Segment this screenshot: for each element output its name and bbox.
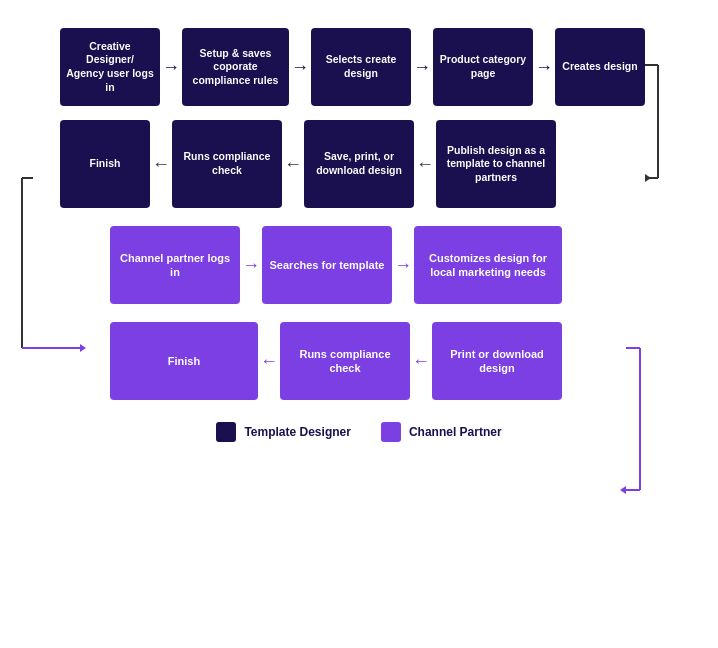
box-finish1: Finish [60, 120, 150, 208]
legend-item-dark: Template Designer [216, 422, 350, 442]
box-compliance2: Runs compliance check [280, 322, 410, 400]
legend-label-dark: Template Designer [244, 425, 350, 439]
arrow-2-2: ← [282, 154, 304, 175]
arrow-4-1: ← [410, 351, 432, 372]
box-saveprint: Save, print, or download design [304, 120, 414, 208]
box-setup: Setup & saves coporate compliance rules [182, 28, 289, 106]
legend: Template Designer Channel Partner [30, 422, 688, 442]
legend-box-purple [381, 422, 401, 442]
arrow-1-2: → [289, 57, 311, 78]
row-1: Creative Designer/ Agency user logs in →… [30, 28, 688, 106]
diagram-container: Creative Designer/ Agency user logs in →… [0, 0, 718, 648]
box-printdownload: Print or download design [432, 322, 562, 400]
legend-label-purple: Channel Partner [409, 425, 502, 439]
arrow-2-1: ← [414, 154, 436, 175]
box-creates: Creates design [555, 28, 645, 106]
arrow-4-2: ← [258, 351, 280, 372]
legend-item-purple: Channel Partner [381, 422, 502, 442]
box-compliance1: Runs compliance check [172, 120, 282, 208]
row-4: Print or download design ← Runs complian… [30, 322, 688, 400]
box-finish2: Finish [110, 322, 258, 400]
box-searches: Searches for template [262, 226, 392, 304]
legend-box-dark [216, 422, 236, 442]
arrow-1-3: → [411, 57, 433, 78]
box-customizes: Customizes design for local marketing ne… [414, 226, 562, 304]
arrow-2-3: ← [150, 154, 172, 175]
svg-marker-11 [620, 486, 626, 494]
box-login: Creative Designer/ Agency user logs in [60, 28, 160, 106]
arrow-3-1: → [240, 255, 262, 276]
arrow-1-4: → [533, 57, 555, 78]
row-3: Channel partner logs in → Searches for t… [30, 226, 688, 304]
arrow-3-2: → [392, 255, 414, 276]
box-selects: Selects create design [311, 28, 411, 106]
box-publish: Publish design as a template to channel … [436, 120, 556, 208]
box-channel: Channel partner logs in [110, 226, 240, 304]
box-product: Product category page [433, 28, 533, 106]
arrow-1-1: → [160, 57, 182, 78]
row-2: Publish design as a template to channel … [30, 120, 688, 208]
